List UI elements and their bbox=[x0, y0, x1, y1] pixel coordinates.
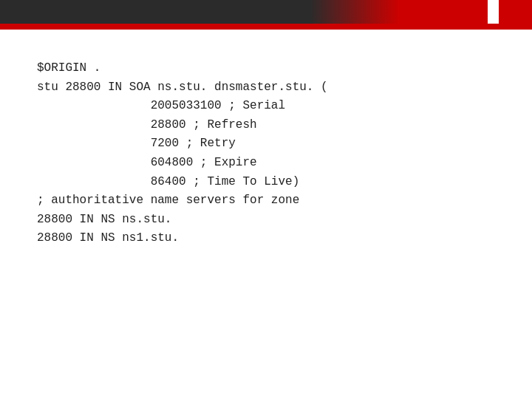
top-bar-accent bbox=[310, 0, 532, 24]
code-block: $ORIGIN . stu 28800 IN SOA ns.stu. dnsma… bbox=[37, 59, 495, 248]
red-stripe bbox=[0, 24, 532, 30]
top-bar bbox=[0, 0, 532, 24]
content-area: $ORIGIN . stu 28800 IN SOA ns.stu. dnsma… bbox=[0, 30, 532, 270]
